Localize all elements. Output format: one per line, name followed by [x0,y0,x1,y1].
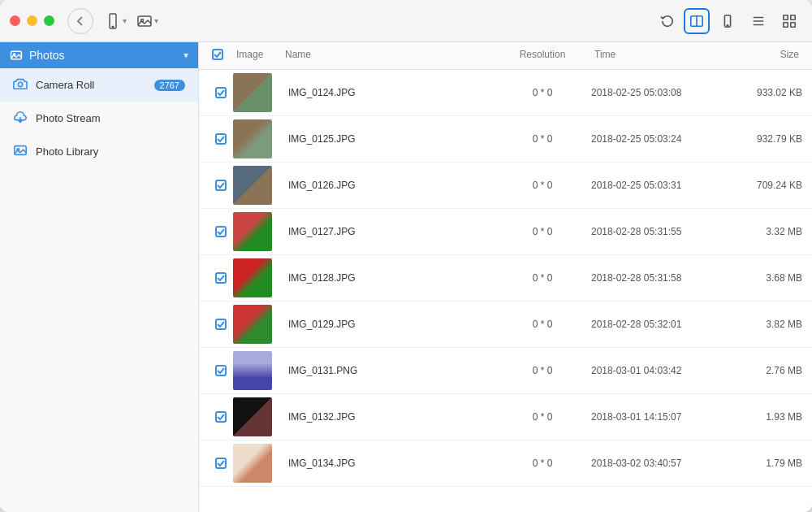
view-list-button[interactable] [745,8,771,34]
row-checkbox[interactable] [209,133,233,145]
thumbnail-image [233,351,272,390]
photos-header-icon [10,49,23,62]
row-size: 932.79 KB [721,133,802,145]
sidebar-header[interactable]: Photos ▾ [0,42,198,68]
thumbnail-image [233,258,272,297]
col-header-check[interactable] [209,47,233,64]
row-resolution: 0 * 0 [494,319,591,330]
row-filename: IMG_0129.JPG [282,319,494,330]
sidebar-header-label: Photos [29,49,65,62]
minimize-button[interactable] [27,15,37,26]
content-area: Image Name Resolution Time Size IMG_0124… [199,42,812,512]
row-time: 2018-03-01 14:15:07 [591,411,721,423]
row-checkbox[interactable] [209,319,233,330]
sidebar-item-camera-roll[interactable]: Camera Roll 2767 [0,68,198,102]
row-filename: IMG_0132.JPG [282,411,494,423]
row-resolution: 0 * 0 [494,180,591,191]
row-filename: IMG_0134.JPG [282,458,494,469]
checkbox-icon [215,458,227,469]
thumbnail-image [233,73,272,112]
row-thumbnail [233,119,282,158]
checkbox-icon [215,226,227,237]
table-row[interactable]: IMG_0128.JPG 0 * 0 2018-02-28 05:31:58 3… [199,255,812,302]
view-ipad-button[interactable] [684,8,710,34]
row-resolution: 0 * 0 [494,226,591,237]
row-checkbox[interactable] [209,226,233,237]
view-grid-button[interactable] [776,8,802,34]
main-area: Photos ▾ Camera Roll 2767 [0,42,812,512]
toolbar-right [656,8,802,34]
sidebar-item-photo-library[interactable]: Photo Library [0,135,198,168]
row-size: 2.76 MB [721,365,802,376]
sidebar: Photos ▾ Camera Roll 2767 [0,42,199,512]
row-checkbox[interactable] [209,272,233,284]
row-resolution: 0 * 0 [494,458,591,469]
close-button[interactable] [10,15,20,26]
row-size: 3.68 MB [721,272,802,284]
svg-point-1 [112,26,114,28]
row-checkbox[interactable] [209,458,233,469]
row-thumbnail [233,258,282,297]
sidebar-item-photo-stream[interactable]: Photo Stream [0,102,198,135]
svg-rect-12 [791,15,795,19]
row-resolution: 0 * 0 [494,272,591,284]
checkbox-icon [215,319,227,330]
row-thumbnail [233,73,282,112]
svg-rect-27 [216,319,226,329]
back-button[interactable] [67,8,93,34]
checkbox-icon [215,365,227,376]
device-chevron-icon: ▾ [123,16,127,25]
col-header-size: Size [721,47,802,64]
svg-rect-14 [791,22,795,26]
row-resolution: 0 * 0 [494,133,591,145]
svg-rect-22 [216,88,226,98]
table-row[interactable]: IMG_0134.JPG 0 * 0 2018-03-02 03:40:57 1… [199,440,812,487]
table-row[interactable]: IMG_0131.PNG 0 * 0 2018-03-01 04:03:42 2… [199,348,812,394]
row-thumbnail [233,166,282,205]
app-window: ▾ ▾ [0,0,812,512]
row-time: 2018-03-02 03:40:57 [591,458,721,469]
row-checkbox[interactable] [209,180,233,191]
col-header-name: Name [282,47,494,64]
table-row[interactable]: IMG_0129.JPG 0 * 0 2018-02-28 05:32:01 3… [199,302,812,348]
photos-selector[interactable]: ▾ [132,10,163,33]
row-size: 3.82 MB [721,319,802,330]
row-checkbox[interactable] [209,87,233,98]
row-size: 1.93 MB [721,411,802,423]
table-row[interactable]: IMG_0127.JPG 0 * 0 2018-02-28 05:31:55 3… [199,209,812,255]
row-time: 2018-02-25 05:03:31 [591,180,721,191]
sidebar-header-left: Photos [10,49,65,62]
row-time: 2018-02-25 05:03:08 [591,87,721,98]
row-size: 1.79 MB [721,458,802,469]
svg-rect-30 [216,458,226,468]
table-header: Image Name Resolution Time Size [199,42,812,70]
svg-rect-23 [216,134,226,144]
sidebar-item-label-photo-stream: Photo Stream [36,112,185,124]
row-checkbox[interactable] [209,411,233,423]
cloud-icon [13,110,28,127]
row-resolution: 0 * 0 [494,365,591,376]
table-row[interactable]: IMG_0125.JPG 0 * 0 2018-02-25 05:03:24 9… [199,116,812,163]
svg-rect-26 [216,273,226,283]
refresh-button[interactable] [656,10,679,33]
row-thumbnail [233,351,282,390]
table-row[interactable]: IMG_0126.JPG 0 * 0 2018-02-25 05:03:31 7… [199,163,812,209]
table-row[interactable]: IMG_0132.JPG 0 * 0 2018-03-01 14:15:07 1… [199,394,812,440]
row-filename: IMG_0126.JPG [282,180,494,191]
thumbnail-image [233,212,272,251]
camera-icon [13,76,28,93]
sidebar-item-label-camera-roll: Camera Roll [36,79,146,91]
table-row[interactable]: IMG_0124.JPG 0 * 0 2018-02-25 05:03:08 9… [199,70,812,116]
svg-rect-28 [216,366,226,375]
maximize-button[interactable] [44,15,54,26]
row-filename: IMG_0124.JPG [282,87,494,98]
view-phone-button[interactable] [715,8,741,34]
svg-rect-25 [216,227,226,236]
row-size: 709.24 KB [721,180,802,191]
thumbnail-image [233,305,272,344]
row-checkbox[interactable] [209,365,233,376]
row-time: 2018-02-28 05:32:01 [591,319,721,330]
svg-rect-13 [784,22,788,26]
thumbnail-image [233,119,272,158]
device-selector[interactable]: ▾ [100,10,132,33]
